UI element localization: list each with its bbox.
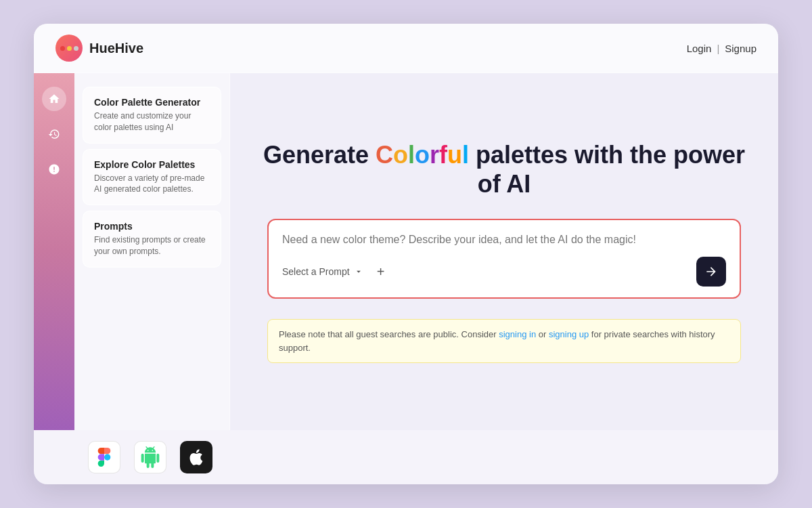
bottom-area: [34, 430, 778, 484]
notice-box: Please note that all guest searches are …: [267, 319, 741, 363]
notice-signin-link[interactable]: signing in: [499, 329, 536, 339]
hero-colorful-c: C: [376, 141, 393, 169]
prompt-select-label: Select a Prompt: [282, 266, 350, 277]
hero-title-suffix: palettes with the power of AI: [469, 141, 745, 198]
figma-icon: [95, 448, 114, 467]
main-layout: Color Palette Generator Create and custo…: [34, 73, 778, 430]
hero-colorful-u: u: [447, 141, 462, 169]
prompt-select-button[interactable]: Select a Prompt: [282, 266, 363, 277]
hero-colorful-l: l: [408, 141, 415, 169]
app-container: HueHive Login | Signup: [34, 24, 778, 484]
hero-colorful-l2: l: [462, 141, 469, 169]
logo-area: HueHive: [55, 35, 143, 62]
top-nav: HueHive Login | Signup: [34, 24, 778, 73]
icon-sidebar: [34, 73, 74, 430]
logo-dot-yellow: [67, 46, 72, 51]
nav-links: Login | Signup: [687, 43, 757, 54]
login-link[interactable]: Login: [687, 43, 712, 54]
nav-item-explore-title: Explore Color Palettes: [94, 159, 210, 170]
signup-link[interactable]: Signup: [725, 43, 757, 54]
hero-title-prefix: Generate: [263, 141, 376, 169]
arrow-right-icon: [704, 265, 718, 278]
hero-colorful-o2: o: [415, 141, 430, 169]
search-input[interactable]: [282, 234, 726, 246]
nav-item-explore[interactable]: Explore Color Palettes Discover a variet…: [83, 149, 221, 206]
notice-text-before: Please note that all guest searches are …: [279, 329, 499, 339]
nav-item-prompts-title: Prompts: [94, 221, 210, 232]
figma-badge[interactable]: [88, 441, 120, 473]
submit-button[interactable]: [696, 257, 726, 287]
logo-name: HueHive: [89, 41, 143, 56]
nav-item-prompts[interactable]: Prompts Find existing prompts or create …: [83, 211, 221, 268]
logo-dot-gray: [74, 46, 78, 51]
nav-item-explore-desc: Discover a variety of pre-made AI genera…: [94, 173, 210, 196]
nav-item-prompts-desc: Find existing prompts or create your own…: [94, 234, 210, 257]
android-icon: [139, 446, 161, 468]
sidebar-home-icon[interactable]: [42, 87, 66, 111]
sidebar-history-icon[interactable]: [42, 122, 66, 146]
hero-colorful-f: f: [439, 141, 447, 169]
nav-divider: |: [717, 43, 719, 54]
search-actions: Select a Prompt +: [282, 262, 390, 281]
add-prompt-button[interactable]: +: [371, 262, 390, 281]
nav-menu: Color Palette Generator Create and custo…: [74, 73, 230, 430]
hero-colorful-o: o: [393, 141, 408, 169]
logo-icon: [55, 35, 83, 62]
nav-item-generator[interactable]: Color Palette Generator Create and custo…: [83, 87, 221, 144]
sidebar-alert-icon[interactable]: [42, 157, 66, 182]
main-content: Generate Colorful palettes with the powe…: [230, 73, 778, 430]
notice-signup-link[interactable]: signing up: [549, 329, 589, 339]
chevron-down-icon: [354, 267, 363, 276]
notice-text-middle: or: [536, 329, 549, 339]
nav-item-generator-title: Color Palette Generator: [94, 97, 210, 108]
hero-title: Generate Colorful palettes with the powe…: [257, 140, 751, 198]
search-bottom: Select a Prompt +: [282, 257, 726, 287]
apple-badge[interactable]: [180, 441, 212, 473]
logo-dot-red: [60, 46, 65, 51]
apple-icon: [187, 448, 206, 467]
nav-item-generator-desc: Create and customize your color palettes…: [94, 110, 210, 133]
search-box: Select a Prompt +: [267, 219, 741, 299]
hero-colorful-r: r: [430, 141, 439, 169]
android-badge[interactable]: [134, 441, 166, 473]
